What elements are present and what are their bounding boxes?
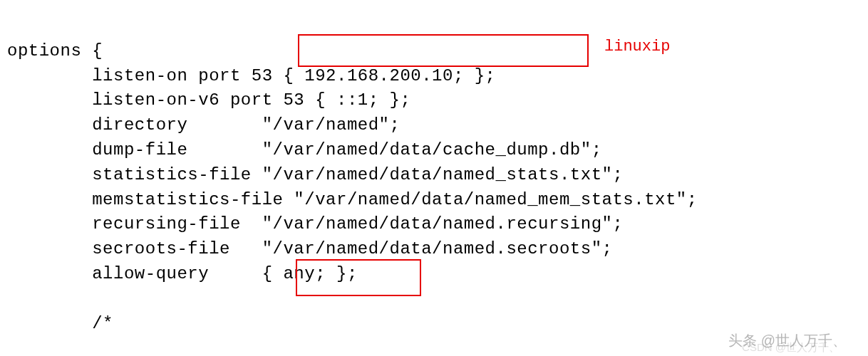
code-line-memstatistics-file: memstatistics-file "/var/named/data/name… bbox=[7, 190, 698, 209]
config-code-block: options { listen-on port 53 { 192.168.20… bbox=[0, 0, 868, 350]
code-line-listen-on: listen-on port 53 { 192.168.200.10; }; bbox=[7, 66, 496, 85]
code-line-comment-start: /* bbox=[7, 314, 113, 333]
code-line-listen-on-v6: listen-on-v6 port 53 { ::1; }; bbox=[7, 90, 410, 110]
code-line-secroots-file: secroots-file "/var/named/data/named.sec… bbox=[7, 239, 612, 258]
code-line-options: options { bbox=[7, 41, 103, 61]
watermark-secondary: CSDN @世人万千、 bbox=[742, 341, 839, 355]
code-line-dump-file: dump-file "/var/named/data/cache_dump.db… bbox=[7, 140, 602, 159]
code-line-statistics-file: statistics-file "/var/named/data/named_s… bbox=[7, 165, 623, 184]
annotation-linuxip: linuxip bbox=[604, 38, 670, 56]
code-line-allow-query: allow-query { any; }; bbox=[7, 264, 358, 283]
code-line-recursing-file: recursing-file "/var/named/data/named.re… bbox=[7, 214, 623, 234]
code-line-directory: directory "/var/named"; bbox=[7, 115, 400, 135]
